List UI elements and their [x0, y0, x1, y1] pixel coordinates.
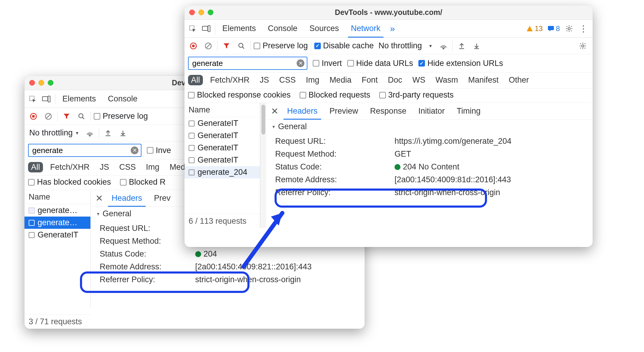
filter-img[interactable]: Img	[143, 162, 162, 172]
hide-extension-urls-checkbox[interactable]: Hide extension URLs	[418, 59, 503, 68]
request-row[interactable]: generate_204	[184, 166, 260, 178]
filter-all[interactable]: All	[28, 162, 43, 172]
filter-css[interactable]: CSS	[276, 75, 299, 85]
blocked-requests-checkbox[interactable]: Blocked requests	[300, 90, 370, 100]
filter-other[interactable]: Other	[506, 75, 532, 85]
detail-tab-headers[interactable]: Headers	[282, 103, 323, 119]
invert-checkbox[interactable]: Invert	[313, 59, 342, 68]
kv-key: Status Code:	[100, 249, 189, 259]
tab-sources[interactable]: Sources	[304, 20, 344, 37]
section-general-header[interactable]: General	[266, 120, 593, 134]
filter-fetch[interactable]: Fetch/XHR	[47, 162, 93, 172]
filter-bar: ✕ Invert Hide data URLs Hide extension U…	[184, 54, 593, 72]
invert-checkbox[interactable]: Inve	[147, 146, 171, 155]
blocked-response-cookies-checkbox[interactable]: Blocked response cookies	[188, 90, 291, 100]
filter-js[interactable]: JS	[257, 75, 272, 85]
request-type-icon	[189, 169, 195, 175]
filter-css[interactable]: CSS	[116, 162, 139, 172]
close-detail-button[interactable]: ✕	[269, 106, 281, 116]
checkbox-label: Blocked requests	[309, 90, 370, 100]
request-detail-pane: ✕ Headers Preview Response Initiator Tim…	[266, 103, 593, 228]
search-icon[interactable]	[235, 40, 247, 52]
checkbox-label: Preserve log	[263, 41, 308, 50]
search-icon[interactable]	[76, 110, 87, 122]
scrollbar-thumb[interactable]	[261, 105, 265, 135]
more-tabs-icon[interactable]: »	[386, 24, 399, 34]
tab-label: Console	[108, 94, 138, 104]
filter-input[interactable]: ✕	[188, 57, 307, 70]
name-column-header[interactable]: Name	[184, 103, 260, 117]
kebab-menu-icon[interactable]: ⋮	[576, 23, 591, 34]
import-icon[interactable]	[102, 127, 114, 139]
request-count-footer: 6 / 113 requests	[184, 214, 260, 228]
filter-wasm[interactable]: Wasm	[432, 75, 461, 85]
tab-console[interactable]: Console	[103, 90, 143, 108]
filter-manifest[interactable]: Manifest	[465, 75, 502, 85]
device-toggle-icon[interactable]	[39, 90, 53, 108]
request-row[interactable]: GenerateIT	[24, 229, 90, 241]
throttling-dropdown[interactable]: No throttling▼	[27, 128, 81, 138]
request-row[interactable]: GenerateIT	[184, 129, 260, 142]
filter-fetch[interactable]: Fetch/XHR	[207, 75, 252, 85]
hide-data-urls-checkbox[interactable]: Hide data URLs	[347, 59, 413, 68]
tab-console[interactable]: Console	[263, 20, 303, 37]
svg-line-8	[82, 117, 84, 119]
detail-tab-response[interactable]: Response	[365, 103, 412, 119]
request-type-icon	[189, 157, 195, 163]
network-conditions-icon[interactable]	[84, 127, 96, 139]
preserve-log-checkbox[interactable]: Preserve log	[94, 112, 148, 121]
filter-text-input[interactable]	[32, 146, 129, 155]
filter-text-input[interactable]	[192, 58, 295, 68]
messages-badge[interactable]: 8	[545, 24, 562, 33]
detail-tab-timing[interactable]: Timing	[451, 103, 486, 119]
filter-icon[interactable]	[221, 40, 232, 52]
clear-filter-icon[interactable]: ✕	[131, 146, 138, 154]
preserve-log-checkbox[interactable]: Preserve log	[254, 41, 308, 50]
filter-all[interactable]: All	[188, 75, 203, 85]
detail-tab-initiator[interactable]: Initiator	[413, 103, 450, 119]
tab-elements[interactable]: Elements	[57, 90, 101, 108]
network-conditions-icon[interactable]	[437, 40, 449, 52]
record-button[interactable]	[27, 110, 39, 122]
request-row[interactable]: GenerateIT	[184, 117, 260, 129]
filter-font[interactable]: Font	[359, 75, 381, 85]
network-settings-icon[interactable]	[576, 42, 590, 50]
tab-elements[interactable]: Elements	[217, 20, 261, 37]
filter-js[interactable]: JS	[97, 162, 112, 172]
request-row[interactable]: generate…	[24, 204, 90, 217]
warnings-badge[interactable]: 13	[524, 24, 545, 33]
tab-network[interactable]: Network	[346, 20, 386, 37]
inspect-icon[interactable]	[186, 20, 199, 37]
clear-button[interactable]	[202, 40, 214, 52]
filter-ws[interactable]: WS	[409, 75, 429, 85]
export-icon[interactable]	[471, 40, 483, 52]
scrollbar[interactable]	[260, 103, 266, 228]
export-icon[interactable]	[117, 127, 129, 139]
disable-cache-checkbox[interactable]: Disable cache	[314, 41, 374, 50]
inspect-icon[interactable]	[26, 90, 39, 108]
filter-icon[interactable]	[61, 110, 73, 122]
detail-tab-preview[interactable]: Prev	[149, 190, 176, 206]
has-blocked-cookies-checkbox[interactable]: Has blocked cookies	[28, 177, 111, 187]
third-party-requests-checkbox[interactable]: 3rd-party requests	[379, 90, 454, 100]
blocked-requests-checkbox[interactable]: Blocked R	[120, 177, 166, 187]
request-row[interactable]: GenerateIT	[184, 154, 260, 166]
filter-media[interactable]: Media	[326, 75, 355, 85]
filter-input[interactable]: ✕	[28, 144, 141, 157]
close-detail-button[interactable]: ✕	[93, 193, 105, 203]
throttling-dropdown[interactable]: No throttling▼	[377, 41, 434, 50]
settings-icon[interactable]	[562, 25, 576, 33]
import-icon[interactable]	[456, 40, 468, 52]
clear-button[interactable]	[42, 110, 54, 122]
detail-tab-headers[interactable]: Headers	[106, 190, 147, 206]
name-column-header[interactable]: Name	[24, 190, 90, 204]
device-toggle-icon[interactable]	[199, 20, 213, 37]
request-row[interactable]: generate…	[24, 217, 90, 229]
checkbox-label: Hide data URLs	[356, 59, 413, 68]
request-row[interactable]: GenerateIT	[184, 142, 260, 154]
filter-doc[interactable]: Doc	[385, 75, 405, 85]
clear-filter-icon[interactable]: ✕	[297, 59, 304, 67]
filter-img[interactable]: Img	[303, 75, 322, 85]
detail-tab-preview[interactable]: Preview	[324, 103, 363, 119]
record-button[interactable]	[187, 40, 199, 52]
